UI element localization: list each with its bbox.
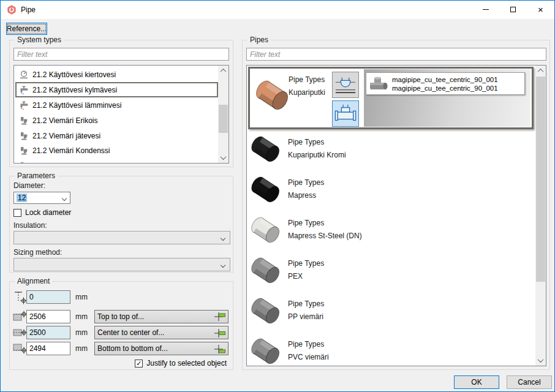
pipes-filter-input[interactable] xyxy=(246,48,546,61)
pipe-item-line2: PP viemäri xyxy=(288,311,324,323)
pipe-item-pex[interactable]: Pipe Types PEX xyxy=(247,255,535,292)
cancel-button-label: Cancel xyxy=(518,378,540,386)
scrollbar-thumb[interactable] xyxy=(219,105,228,133)
system-type-row-kylmavesi[interactable]: 21.2 Käyttövesi kylmävesi xyxy=(15,82,218,97)
justify-checkbox[interactable]: ✓ xyxy=(135,360,143,368)
pipe-item-kupariputki-kromi[interactable]: Pipe Types Kupariputki Kromi xyxy=(247,134,535,170)
pipe-item-mapress-st-steel[interactable]: Pipe Types Mapress St-Steel (DN) xyxy=(247,214,535,251)
pipe-cylinder-gray xyxy=(248,255,284,287)
diameter-combobox[interactable]: 12 xyxy=(13,192,70,204)
system-type-label: 21.2 Viemäri jätevesi xyxy=(32,132,100,140)
top-to-top-button[interactable]: Top to top of... xyxy=(94,310,228,323)
faucet-warm-icon xyxy=(19,100,29,110)
pipe-item-line1: Pipe Types xyxy=(288,338,329,351)
system-types-list: 21.2 Käyttövesi kiertovesi 21.2 Käyttöve… xyxy=(13,65,229,164)
chevron-down-icon xyxy=(62,196,67,201)
pipe-item-line1: Pipe Types xyxy=(288,136,346,149)
system-types-scrollbar[interactable] xyxy=(218,66,228,163)
pipe-item-line2: PVC viemäri xyxy=(288,351,329,364)
pipes-group-label: Pipes xyxy=(247,36,271,44)
justify-row[interactable]: ✓ Justify to selected object xyxy=(135,359,227,368)
fitting-panel: magipipe_cu_tee_centric_90_001 magipipe_… xyxy=(364,69,530,127)
justify-label: Justify to selected object xyxy=(146,359,227,368)
top-to-top-label: Top to top of... xyxy=(97,312,144,321)
maximize-button[interactable] xyxy=(499,1,527,18)
bottom-offset-unit: mm xyxy=(75,344,88,353)
pipes-scrollbar[interactable] xyxy=(535,66,546,366)
saddle-connection-icon xyxy=(334,74,357,96)
pipe-dialog: Pipe × Reference... System types 21.2 Kä… xyxy=(0,0,555,392)
system-type-row-kondenssi[interactable]: 21.2 Viemäri Kondenssi xyxy=(15,143,218,158)
pipe-item-pp-viemari[interactable]: Pipe Types PP viemäri xyxy=(247,295,535,332)
sizing-method-select[interactable] xyxy=(13,258,230,271)
tee-fitting-image xyxy=(369,76,388,92)
lock-diameter-checkbox[interactable] xyxy=(13,209,21,217)
pipe-card-line1: Pipe Types xyxy=(289,74,325,86)
system-types-filter-input[interactable] xyxy=(13,48,229,61)
pipe-item-line2: PEX xyxy=(288,270,324,283)
insulation-label: Insulation: xyxy=(13,221,47,230)
tee-connection-button[interactable] xyxy=(332,100,359,127)
close-button[interactable]: × xyxy=(527,1,554,18)
scroll-down-button[interactable] xyxy=(218,153,228,163)
saddle-connection-button[interactable] xyxy=(332,72,359,98)
reference-button-label: Reference... xyxy=(7,24,47,33)
elevation-input[interactable] xyxy=(26,290,70,304)
cancel-button[interactable]: Cancel xyxy=(507,375,552,389)
faucet-cold-icon xyxy=(19,85,29,95)
pipe-cylinder-steel xyxy=(248,214,284,246)
bottom-to-bottom-button[interactable]: Bottom to bottom of... xyxy=(94,342,228,355)
center-offset-unit: mm xyxy=(75,328,88,337)
pipe-item-line1: Pipe Types xyxy=(288,217,362,230)
system-type-label: 21.2 Viemäri Kondenssi xyxy=(32,146,110,155)
pipe-card-kupariputki[interactable]: Pipe Types Kupariputki xyxy=(248,67,534,129)
align-center-target-icon xyxy=(214,328,226,339)
pipe-card-line2: Kupariputki xyxy=(289,86,325,99)
chevron-down-icon xyxy=(221,236,225,241)
system-types-group: System types 21.2 Käyttövesi kiertovesi xyxy=(9,40,233,167)
scroll-up-button[interactable] xyxy=(535,66,546,76)
lock-diameter-row[interactable]: Lock diameter xyxy=(13,208,71,217)
elevation-unit: mm xyxy=(75,293,88,301)
title-bar: Pipe × xyxy=(1,1,554,19)
pipe-item-line2: Mapress St-Steel (DN) xyxy=(288,230,362,243)
system-types-group-label: System types xyxy=(15,36,64,44)
scroll-up-button[interactable] xyxy=(218,66,228,76)
fitting-name-1: magipipe_cu_tee_centric_90_001 xyxy=(392,75,498,84)
ok-button[interactable]: OK xyxy=(454,375,499,389)
chevron-up-icon xyxy=(538,69,544,75)
insulation-select[interactable] xyxy=(13,231,230,244)
fitting-item[interactable]: magipipe_cu_tee_centric_90_001 magipipe_… xyxy=(366,72,525,95)
bottom-offset-input[interactable] xyxy=(26,342,70,355)
fitting-name-2: magipipe_cu_tee_centric_90_001 xyxy=(392,84,498,92)
pipe-item-mapress[interactable]: Pipe Types Mapress xyxy=(247,174,535,211)
system-type-row-lamminvesi[interactable]: 21.2 Käyttövesi lämminvesi xyxy=(15,97,218,113)
toilet-icon xyxy=(19,131,29,141)
pipe-item-pvc-viemari[interactable]: Pipe Types PVC viemäri xyxy=(247,336,535,366)
top-offset-input[interactable] xyxy=(26,310,70,323)
diameter-label: Diameter: xyxy=(13,181,45,190)
pipe-cylinder-copper xyxy=(252,77,293,114)
center-to-center-button[interactable]: Center to center of... xyxy=(94,326,228,339)
system-type-row-erikois[interactable]: 21.2 Viemäri Erikois xyxy=(15,113,218,128)
alignment-group: Alignment mm mm Top to top of... xyxy=(9,281,233,370)
gauge-icon xyxy=(19,70,29,80)
system-type-row-kiertovesi[interactable]: 21.2 Käyttövesi kiertovesi xyxy=(15,67,218,82)
pipe-cylinder-black xyxy=(248,134,284,165)
center-to-center-label: Center to center of... xyxy=(97,328,164,337)
center-offset-input[interactable] xyxy=(26,326,70,339)
toilet-icon xyxy=(19,161,29,164)
scroll-down-button[interactable] xyxy=(535,355,546,366)
minimize-button[interactable] xyxy=(472,1,499,18)
align-top-target-icon xyxy=(214,312,226,323)
scrollbar-thumb[interactable] xyxy=(536,77,545,282)
parameters-group-label: Parameters xyxy=(15,172,58,180)
reference-button[interactable]: Reference... xyxy=(6,23,47,35)
system-type-row-rasva[interactable]: 21.2 Viemäri rasva xyxy=(15,158,218,164)
minimize-icon xyxy=(483,9,489,10)
pipe-item-line2: Mapress xyxy=(288,189,324,202)
pipes-group: Pipes Pipe Types Kupariputki xyxy=(242,40,550,370)
system-type-row-jatevesi[interactable]: 21.2 Viemäri jätevesi xyxy=(15,128,218,143)
system-type-label: 21.2 Viemäri Erikois xyxy=(32,116,98,125)
pipe-item-line1: Pipe Types xyxy=(288,176,324,189)
